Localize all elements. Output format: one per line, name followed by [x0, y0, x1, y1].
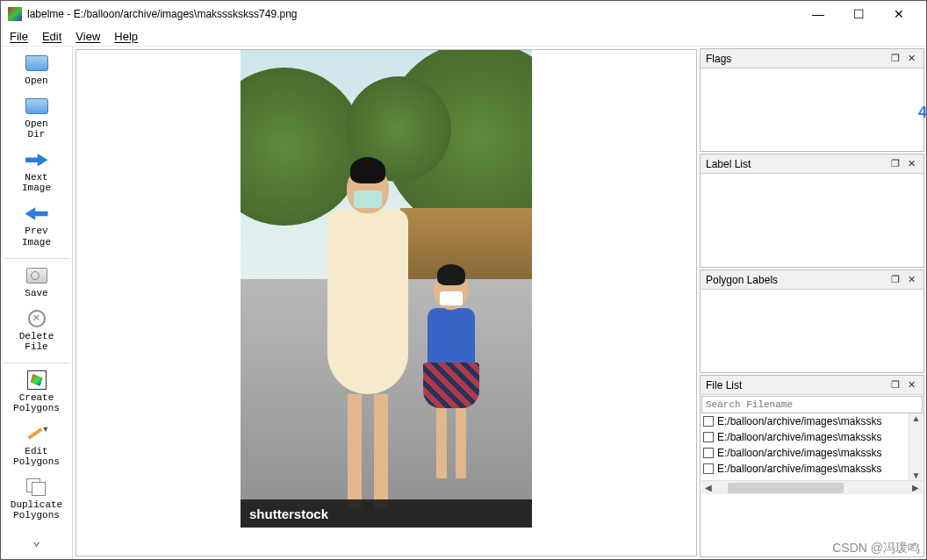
app-icon	[8, 7, 22, 21]
menubar: File Edit View Help	[1, 27, 926, 47]
menu-edit[interactable]: Edit	[42, 30, 61, 43]
right-dock: 4 Flags ❐ ✕ Label List ❐ ✕ Po	[700, 47, 926, 559]
file-path: E:/balloon/archive/images\makssskskss749…	[74, 8, 298, 20]
panel-close-icon[interactable]: ✕	[904, 378, 918, 392]
tool-open[interactable]: Open	[4, 50, 70, 91]
titlebar: labelme - E:/balloon/archive/images\maks…	[1, 1, 926, 27]
panel-close-icon[interactable]: ✕	[904, 273, 918, 287]
panel-polygon-labels: Polygon Labels ❐ ✕	[700, 269, 924, 373]
menu-file[interactable]: File	[10, 30, 28, 43]
tool-open-dir[interactable]: Open Dir	[4, 93, 70, 145]
menu-view[interactable]: View	[75, 30, 100, 43]
open-dir-icon	[25, 98, 48, 114]
arrow-left-icon	[25, 205, 48, 221]
scroll-right-icon[interactable]: ▶	[909, 483, 923, 492]
file-row[interactable]: E:/balloon/archive/images\makssks	[701, 429, 923, 445]
checkbox-icon[interactable]	[703, 463, 714, 474]
panel-polygon-labels-title: Polygon Labels	[706, 274, 887, 286]
window-title: labelme - E:/balloon/archive/images\maks…	[27, 8, 798, 20]
file-row[interactable]: E:/balloon/archive/images\makssks	[701, 413, 923, 429]
toolbar-overflow-icon[interactable]: ⌄	[32, 532, 41, 549]
close-button[interactable]: ✕	[879, 1, 919, 27]
tool-edit-polygons[interactable]: Edit Polygons	[4, 420, 70, 472]
horizontal-scrollbar[interactable]: ◀▶	[701, 480, 923, 494]
scroll-thumb[interactable]	[728, 483, 844, 493]
checkbox-icon[interactable]	[703, 416, 714, 427]
tool-create-polygons[interactable]: Create Polygons	[4, 363, 70, 419]
app-window: labelme - E:/balloon/archive/images\maks…	[0, 0, 927, 560]
app-name: labelme	[27, 8, 64, 20]
page-watermark: CSDN @冯瑗鸣	[832, 541, 920, 556]
file-row[interactable]: E:/balloon/archive/images\makssks	[701, 461, 923, 477]
scroll-up-icon[interactable]: ▲	[912, 413, 921, 423]
panel-restore-icon[interactable]: ❐	[888, 157, 902, 171]
panel-restore-icon[interactable]: ❐	[888, 273, 902, 287]
tool-save[interactable]: Save	[4, 258, 70, 304]
tool-duplicate-polygons[interactable]: Duplicate Polygons	[4, 474, 70, 526]
maximize-button[interactable]: ☐	[838, 1, 879, 27]
panel-restore-icon[interactable]: ❐	[888, 52, 902, 66]
tool-prev-image[interactable]: Prev Image	[4, 200, 70, 252]
file-list-body: E:/balloon/archive/images\makssks E:/bal…	[701, 395, 923, 556]
save-icon	[26, 268, 47, 284]
polygon-icon	[27, 370, 47, 390]
image-watermark-bar: shutterstock	[241, 499, 532, 528]
image-canvas[interactable]: shutterstock	[75, 49, 697, 556]
pencil-icon	[27, 424, 47, 443]
minimize-button[interactable]: —	[798, 1, 838, 27]
duplicate-icon	[26, 478, 47, 496]
flags-list[interactable]	[701, 68, 923, 151]
checkbox-icon[interactable]	[703, 448, 714, 458]
tool-delete-file[interactable]: ✕ Delete File	[4, 305, 70, 357]
vertical-scrollbar[interactable]: ▲▼	[909, 413, 923, 480]
panel-label-list-title: Label List	[706, 158, 887, 170]
search-filename-input[interactable]	[701, 396, 923, 413]
label-list[interactable]	[701, 174, 923, 267]
polygon-labels-list[interactable]	[701, 290, 923, 372]
scroll-down-icon[interactable]: ▼	[912, 470, 921, 480]
checkbox-icon[interactable]	[703, 432, 714, 442]
panel-file-list-title: File List	[706, 379, 887, 391]
panel-flags-title: Flags	[706, 53, 887, 65]
window-controls: — ☐ ✕	[798, 1, 919, 27]
file-row[interactable]: E:/balloon/archive/images\makssks	[701, 445, 923, 461]
menu-help[interactable]: Help	[114, 30, 138, 43]
panel-label-list: Label List ❐ ✕	[700, 154, 924, 268]
tool-next-image[interactable]: Next Image	[4, 147, 70, 198]
arrow-right-icon	[25, 152, 48, 168]
toolbar: Open Open Dir Next Image Prev Image Save…	[1, 47, 73, 559]
stray-char: 4	[918, 104, 927, 122]
panel-flags: Flags ❐ ✕	[700, 48, 924, 152]
loaded-image: shutterstock	[241, 50, 532, 528]
file-list[interactable]: E:/balloon/archive/images\makssks E:/bal…	[701, 413, 923, 494]
scroll-left-icon[interactable]: ◀	[701, 483, 715, 492]
panel-close-icon[interactable]: ✕	[904, 157, 918, 171]
open-icon	[25, 55, 48, 71]
content-area: Open Open Dir Next Image Prev Image Save…	[1, 47, 926, 559]
panel-restore-icon[interactable]: ❐	[888, 378, 902, 392]
panel-close-icon[interactable]: ✕	[904, 52, 918, 66]
panel-file-list: File List ❐ ✕ E:/balloon/archive/images\…	[700, 375, 924, 557]
delete-icon: ✕	[28, 310, 46, 327]
